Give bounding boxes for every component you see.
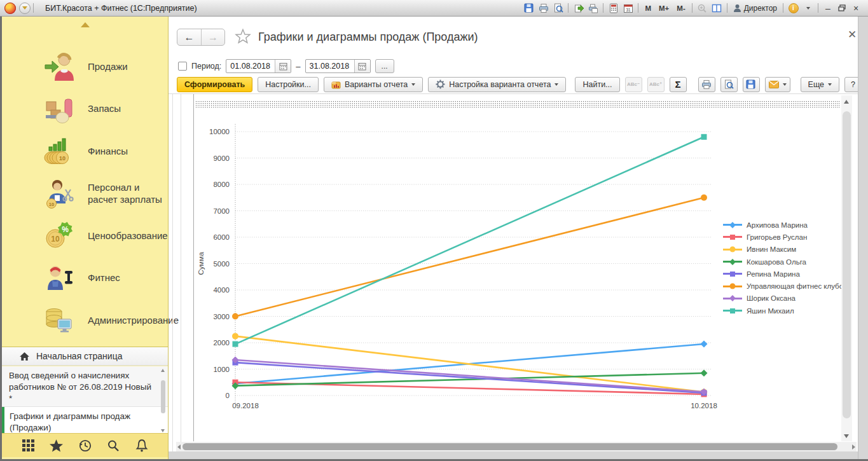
info-dropdown-icon[interactable]	[801, 2, 815, 15]
report-content-border	[193, 94, 194, 441]
sections-sidebar: ПродажиЗапасы10Финансы10Персонал и расче…	[2, 17, 169, 459]
add-search-button[interactable]: ABc⁺	[647, 77, 665, 92]
print-button[interactable]	[698, 77, 715, 92]
close-icon[interactable]: ×	[849, 3, 863, 13]
sidebar-item-5[interactable]: 10%Ценообразование	[2, 215, 168, 258]
memory-m-plus-button[interactable]: M+	[655, 4, 673, 12]
period-from-calendar-icon[interactable]	[275, 60, 291, 72]
main-menu-dropdown[interactable]	[19, 3, 31, 14]
pricing-icon: 10%	[43, 219, 77, 253]
sidebar-item-label: Администрирование	[88, 315, 183, 327]
save-icon[interactable]	[521, 2, 536, 15]
period-more-button[interactable]: ...	[375, 59, 394, 73]
favorite-star-icon[interactable]	[235, 28, 251, 47]
vertical-scroll-thumb[interactable]	[843, 111, 851, 418]
sidebar-item-home[interactable]: Начальная страница	[2, 347, 168, 366]
sidebar-item-3[interactable]: 10Финансы	[2, 130, 168, 173]
svg-text:%: %	[62, 225, 69, 234]
report-vertical-scrollbar[interactable]	[841, 95, 852, 441]
period-from-field	[226, 59, 291, 73]
generate-button[interactable]: Сформировать	[177, 77, 252, 92]
sidebar-item-1[interactable]: Продажи	[2, 46, 168, 88]
sidebar-item-4[interactable]: 10Персонал и расчет зарплаты	[2, 173, 168, 216]
period-from-input[interactable]	[226, 62, 275, 71]
print-icon[interactable]	[536, 2, 551, 15]
home-label: Начальная страница	[36, 351, 122, 361]
info-icon[interactable]: i	[786, 2, 801, 15]
send-icon[interactable]	[571, 2, 586, 15]
legend-label: Григорьев Руслан	[747, 233, 807, 241]
maximize-icon[interactable]	[835, 3, 849, 13]
period-label: Период:	[191, 62, 221, 71]
report-margin-line-1	[172, 94, 173, 451]
zoom-in-icon[interactable]	[695, 2, 710, 15]
legend-label: Кокшарова Ольга	[747, 258, 806, 266]
svg-text:3000: 3000	[213, 313, 230, 320]
finance-icon: 10	[43, 134, 77, 169]
favorites-star-icon[interactable]	[49, 438, 64, 453]
print-icon	[701, 79, 712, 90]
period-to-field	[305, 59, 371, 73]
sum-button[interactable]: Σ	[670, 77, 687, 92]
user-name: Директор	[744, 4, 777, 13]
legend-label: Яшин Михаил	[747, 307, 794, 315]
svg-text:10: 10	[49, 201, 54, 207]
legend-item: Репина Марина	[723, 268, 848, 280]
home-icon	[19, 352, 30, 361]
user-icon	[733, 4, 741, 13]
sidebar-item-2[interactable]: Запасы	[2, 88, 168, 131]
legend-item: Архипова Марина	[723, 219, 848, 231]
report-variants-button[interactable]: Варианты отчета	[324, 77, 423, 92]
sidebar-item-7[interactable]: Администрирование	[2, 299, 168, 342]
print-preview-icon[interactable]	[551, 2, 565, 15]
horizontal-scroll-thumb[interactable]	[183, 443, 837, 450]
print-file-icon[interactable]	[586, 2, 600, 15]
menu-grid-icon[interactable]	[20, 438, 36, 453]
current-user-button[interactable]: Директор	[730, 4, 780, 13]
period-to-input[interactable]	[306, 62, 354, 71]
variant-settings-button[interactable]: Настройка варианта отчета	[428, 77, 566, 92]
svg-text:4000: 4000	[213, 286, 230, 294]
print-preview-icon	[724, 79, 734, 90]
calendar-icon[interactable]: 31	[621, 2, 635, 15]
bell-icon[interactable]	[134, 438, 149, 453]
window-titlebar: БИТ.Красота + Фитнес (1С:Предприятие) 31…	[0, 0, 868, 17]
period-to-calendar-icon[interactable]	[354, 60, 370, 72]
admin-icon	[43, 303, 77, 338]
legend-item: Шорик Оксана	[723, 292, 848, 305]
sidebar-scroll-up-icon[interactable]	[81, 22, 90, 27]
email-button[interactable]	[765, 77, 790, 92]
sales-icon	[43, 50, 77, 84]
fitness-icon	[43, 261, 77, 296]
sidebar-item-6[interactable]: Фитнес	[2, 258, 168, 300]
clear-search-button[interactable]: ABc⁻	[625, 77, 642, 92]
history-icon[interactable]	[78, 438, 93, 453]
svg-text:10000: 10000	[209, 128, 230, 135]
legend-item: Григорьев Руслан	[723, 231, 848, 243]
close-window-icon[interactable]: ✕	[848, 28, 857, 41]
save-button[interactable]	[743, 77, 760, 92]
find-button[interactable]: Найти...	[575, 77, 619, 92]
settings-button[interactable]: Настройки...	[258, 77, 319, 92]
split-window-icon[interactable]	[710, 2, 724, 15]
open-window-tab-1[interactable]: Ввод сведений о начислениях работников №…	[2, 366, 168, 407]
legend-item: Яшин Михаил	[723, 305, 848, 317]
svg-text:09.2018: 09.2018	[232, 402, 259, 409]
search-icon[interactable]	[106, 438, 121, 453]
more-button[interactable]: Еще	[801, 77, 839, 92]
forward-button[interactable]: →	[201, 29, 224, 45]
report-horizontal-scrollbar[interactable]	[176, 442, 857, 451]
print-preview-button[interactable]	[720, 77, 738, 92]
svg-text:9000: 9000	[213, 155, 230, 162]
minimize-icon[interactable]: –	[821, 3, 835, 13]
report-variant-icon	[331, 80, 341, 89]
svg-text:10.2018: 10.2018	[691, 402, 717, 409]
open-windows-scrollbar[interactable]	[160, 368, 166, 434]
sidebar-item-label: Персонал и расчет зарплаты	[88, 182, 168, 206]
period-checkbox[interactable]	[178, 62, 187, 71]
svg-text:5000: 5000	[213, 260, 230, 268]
back-button[interactable]: ←	[177, 29, 201, 45]
memory-m-button[interactable]: M	[641, 4, 655, 12]
calculator-icon[interactable]	[606, 2, 621, 15]
memory-m-minus-button[interactable]: M-	[673, 4, 689, 12]
